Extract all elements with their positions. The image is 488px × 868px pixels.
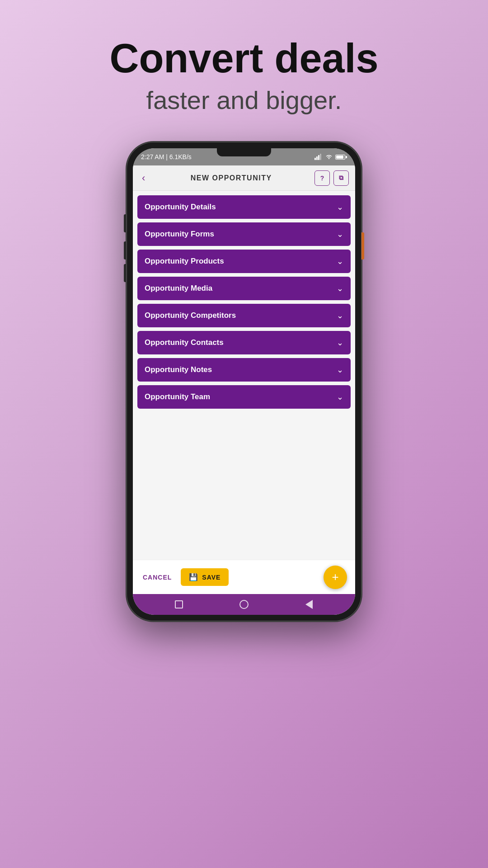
bottom-bar: CANCEL 💾 SAVE +: [133, 560, 355, 594]
status-icons: [314, 154, 347, 160]
svg-rect-0: [314, 158, 316, 160]
wifi-icon: [325, 154, 333, 160]
fab-button[interactable]: +: [324, 566, 347, 589]
chevron-down-icon-forms: ⌄: [337, 229, 343, 239]
phone-wrapper: 2:27 AM | 6.1KB/s: [127, 142, 361, 621]
svg-rect-1: [316, 156, 318, 160]
accordion-item-notes[interactable]: Opportunity Notes ⌄: [137, 358, 351, 382]
chevron-down-icon-contacts: ⌄: [337, 338, 343, 348]
accordion-label-media: Opportunity Media: [145, 284, 212, 293]
status-time: 2:27 AM | 6.1KB/s: [141, 153, 192, 160]
page-header: Convert deals faster and bigger.: [109, 36, 378, 115]
notch: [217, 148, 271, 156]
accordion-label-details: Opportunity Details: [145, 203, 216, 212]
chevron-down-icon-products: ⌄: [337, 256, 343, 266]
copy-button[interactable]: ⧉: [333, 170, 349, 186]
accordion-label-contacts: Opportunity Contacts: [145, 338, 224, 347]
accordion-label-team: Opportunity Team: [145, 392, 210, 401]
accordion-item-team[interactable]: Opportunity Team ⌄: [137, 385, 351, 409]
help-button[interactable]: ?: [314, 170, 330, 186]
chevron-down-icon-notes: ⌄: [337, 365, 343, 375]
accordion-item-media[interactable]: Opportunity Media ⌄: [137, 277, 351, 300]
accordion-label-products: Opportunity Products: [145, 257, 224, 266]
accordion-item-products[interactable]: Opportunity Products ⌄: [137, 250, 351, 273]
svg-rect-2: [318, 155, 319, 160]
back-button[interactable]: ‹: [139, 170, 148, 187]
nav-home-button[interactable]: [238, 598, 250, 611]
hero-subtitle: faster and bigger.: [109, 85, 378, 115]
svg-rect-3: [320, 154, 321, 160]
nav-bar: [133, 594, 355, 615]
accordion-list: Opportunity Details ⌄ Opportunity Forms …: [133, 191, 355, 560]
circle-icon: [239, 600, 249, 609]
cancel-button[interactable]: CANCEL: [141, 570, 174, 585]
square-icon: [175, 600, 183, 609]
app-bar-actions: ? ⧉: [314, 170, 349, 186]
save-disk-icon: 💾: [189, 573, 198, 581]
save-button[interactable]: 💾 SAVE: [181, 568, 229, 586]
save-label: SAVE: [202, 574, 221, 581]
chevron-down-icon-media: ⌄: [337, 283, 343, 293]
accordion-item-competitors[interactable]: Opportunity Competitors ⌄: [137, 304, 351, 327]
nav-square-button[interactable]: [173, 598, 185, 611]
accordion-item-details[interactable]: Opportunity Details ⌄: [137, 195, 351, 219]
chevron-down-icon-team: ⌄: [337, 392, 343, 402]
phone-frame: 2:27 AM | 6.1KB/s: [127, 142, 361, 621]
accordion-item-forms[interactable]: Opportunity Forms ⌄: [137, 222, 351, 246]
chevron-down-icon-details: ⌄: [337, 202, 343, 212]
accordion-label-notes: Opportunity Notes: [145, 365, 212, 374]
triangle-icon: [305, 600, 313, 609]
battery-icon: [335, 155, 347, 160]
nav-back-button[interactable]: [303, 598, 315, 611]
app-bar-title: NEW OPPORTUNITY: [148, 174, 314, 182]
chevron-down-icon-competitors: ⌄: [337, 311, 343, 321]
app-bar: ‹ NEW OPPORTUNITY ? ⧉: [133, 165, 355, 191]
signal-icon: [314, 154, 323, 160]
accordion-item-contacts[interactable]: Opportunity Contacts ⌄: [137, 331, 351, 354]
accordion-label-forms: Opportunity Forms: [145, 230, 214, 239]
hero-title: Convert deals: [109, 36, 378, 81]
phone-screen: 2:27 AM | 6.1KB/s: [133, 148, 355, 615]
accordion-label-competitors: Opportunity Competitors: [145, 311, 236, 320]
